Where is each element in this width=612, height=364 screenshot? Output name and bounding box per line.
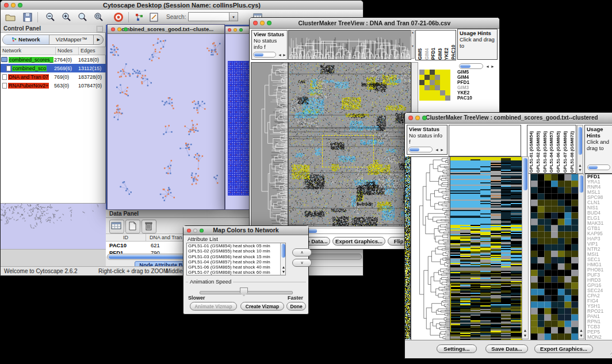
mini-scrollbar[interactable]: ▲▼: [411, 30, 415, 59]
dialog-titlebar[interactable]: Map Colors to Network: [183, 226, 308, 235]
slider-thumb[interactable]: [240, 288, 248, 296]
attribute-item[interactable]: GPL51-07 (GSM868) heat shock 60 min: [187, 270, 285, 275]
close-icon[interactable]: [408, 116, 413, 120]
row-dendrogram[interactable]: [251, 62, 288, 227]
animate-vizmap-button[interactable]: Animate Vizmap: [190, 302, 237, 311]
scrollbar-thumb[interactable]: [523, 158, 527, 190]
zoom-heatmap[interactable]: [530, 174, 579, 340]
zoom-icon[interactable]: [267, 21, 271, 25]
network-row[interactable]: combined_sco2569(6)13112(15): [1, 64, 106, 72]
heatmap-selection-box[interactable]: [322, 135, 374, 167]
save-data-button[interactable]: Save Data...: [485, 344, 528, 353]
network-row[interactable]: RNAPuberNov2+563(0)107847(0): [1, 81, 106, 90]
close-icon[interactable]: [4, 3, 9, 7]
network-row[interactable]: combined_scores_2764(0)16218(0): [1, 55, 106, 64]
zoom-icon[interactable]: [239, 28, 243, 32]
network-row[interactable]: DNA and Tran 07769(0)183728(0): [1, 72, 106, 81]
minimize-icon[interactable]: [415, 116, 420, 120]
scrollbar-thumb[interactable]: [254, 53, 263, 56]
zoom-icon[interactable]: [200, 228, 204, 232]
heatmap-global-view[interactable]: [450, 156, 522, 340]
attribute-item[interactable]: GPL51-04 (GSM857) heat shock 20 min: [187, 259, 285, 265]
scroll-up-icon[interactable]: ▲: [577, 163, 583, 167]
zoom-icon[interactable]: [422, 116, 427, 120]
close-icon[interactable]: [111, 27, 115, 31]
attribute-list[interactable]: GPL51-01 (GSM854) heat shock 05 minGPL51…: [186, 243, 286, 275]
labels-vscrollbar[interactable]: ▲ ▼: [577, 125, 583, 174]
settings-button[interactable]: Settings...: [437, 344, 477, 353]
network-nodes-icon[interactable]: [133, 12, 146, 23]
annotation-icon[interactable]: [148, 12, 160, 23]
zoom-fit-icon[interactable]: [93, 12, 105, 23]
search-dropdown-icon[interactable]: ▼: [230, 12, 238, 21]
attribute-item[interactable]: GPL51-01 (GSM854) heat shock 05 min: [187, 243, 285, 248]
status-scrollbar[interactable]: [408, 147, 433, 152]
export-graphics-button[interactable]: Export Graphics...: [332, 237, 385, 246]
scroll-down-icon[interactable]: ▼: [579, 334, 584, 338]
scroll-left-icon[interactable]: ◄: [278, 52, 282, 58]
close-icon[interactable]: [253, 21, 258, 25]
zoom-in-icon[interactable]: [60, 12, 73, 23]
scrollbar-thumb[interactable]: [578, 127, 582, 155]
scroll-down-icon[interactable]: ▼: [522, 334, 528, 338]
tab-vizmapper[interactable]: VizMapper™: [49, 35, 94, 44]
close-icon[interactable]: [187, 228, 191, 232]
attribute-item[interactable]: GPL51-03 (GSM856) heat shock 15 min: [187, 254, 285, 259]
save-icon[interactable]: [21, 12, 34, 23]
scroll-left-icon[interactable]: ◄: [435, 147, 439, 152]
treeview-dna-titlebar[interactable]: ClusterMaker TreeView : DNA and Tran 07-…: [250, 18, 499, 29]
column-dendrogram[interactable]: [288, 30, 411, 60]
export-graphics-button[interactable]: Export Graphics...: [534, 344, 593, 353]
zoom-vscrollbar[interactable]: ▲ ▼: [578, 174, 584, 339]
scroll-left-icon[interactable]: ◄: [485, 64, 489, 69]
cytoscape-titlebar[interactable]: Cytoscape Desktop (Session Name: collins…: [1, 1, 363, 10]
tab-overflow-icon[interactable]: ▶: [94, 35, 103, 44]
new-attribute-icon[interactable]: [125, 220, 140, 233]
attribute-item[interactable]: GPL51-06 (GSM865) heat shock 40 min: [187, 265, 285, 270]
heatmap-vscrollbar[interactable]: ▲ ▼: [522, 156, 529, 339]
scroll-right-icon[interactable]: ►: [491, 64, 495, 69]
network-overview[interactable]: [1, 203, 106, 249]
scrollbar-thumb[interactable]: [579, 175, 583, 193]
network-graph-canvas[interactable]: [108, 34, 223, 209]
scroll-right-icon[interactable]: ►: [282, 52, 286, 58]
treeview-combined-titlebar[interactable]: ClusterMaker TreeView : combined_scores_…: [405, 113, 612, 124]
zoom-out-icon[interactable]: [44, 12, 57, 23]
scroll-up-icon[interactable]: ▲: [281, 265, 286, 269]
usage-scrollbar[interactable]: [459, 63, 483, 69]
done-button[interactable]: Done: [286, 302, 306, 311]
minimize-icon[interactable]: [193, 228, 197, 232]
search-input[interactable]: [188, 12, 230, 21]
scrollbar-thumb[interactable]: [281, 244, 285, 258]
scrollbar-thumb[interactable]: [460, 64, 471, 68]
minimize-icon[interactable]: [234, 28, 237, 32]
list-vscrollbar[interactable]: ▲ ▼: [280, 243, 286, 275]
usage-scrollbar[interactable]: [587, 164, 610, 170]
scroll-up-icon[interactable]: ▲: [579, 328, 584, 332]
attribute-item[interactable]: GPL51-02 (GSM855) heat shock 10 min: [187, 248, 285, 254]
attribute-select-icon[interactable]: [109, 220, 124, 233]
close-icon[interactable]: [228, 28, 231, 32]
scroll-down-icon[interactable]: ▼: [281, 270, 286, 274]
zoom-icon[interactable]: [124, 27, 128, 31]
move-up-button[interactable]: ∧: [292, 248, 312, 256]
dense-network-canvas[interactable]: [228, 61, 250, 196]
row-dendrogram[interactable]: [411, 156, 450, 340]
scrollbar-thumb[interactable]: [410, 148, 419, 151]
move-down-button[interactable]: ∨: [292, 259, 312, 267]
scroll-right-icon[interactable]: ►: [440, 147, 444, 152]
zoom-heatmap[interactable]: [419, 70, 450, 101]
float-panel-icon[interactable]: [97, 26, 103, 32]
scrollbar-thumb[interactable]: [588, 166, 598, 169]
help-lifesaver-icon[interactable]: [112, 12, 125, 23]
network-view-titlebar[interactable]: [225, 26, 252, 34]
minimize-icon[interactable]: [11, 3, 16, 7]
zoom-icon[interactable]: [18, 3, 22, 7]
open-file-icon[interactable]: [4, 12, 17, 23]
minimize-icon[interactable]: [260, 21, 265, 25]
minimize-icon[interactable]: [117, 27, 121, 31]
tab-network[interactable]: Network: [3, 35, 49, 44]
network-view-titlebar[interactable]: combined_scores_good.txt--cluste...: [108, 25, 224, 34]
delete-attribute-trash-icon[interactable]: [141, 220, 156, 233]
global-pixel-strip[interactable]: [405, 156, 411, 339]
